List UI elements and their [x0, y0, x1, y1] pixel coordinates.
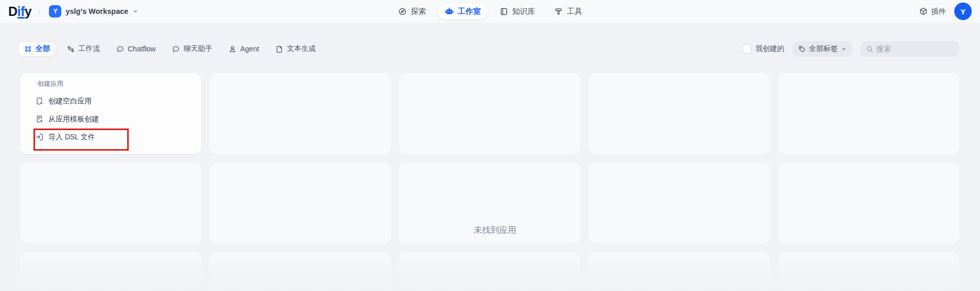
header-left: Dify / Y yslg's Workspace — [8, 4, 142, 19]
grid-icon — [24, 45, 32, 53]
plugins-label: 插件 — [931, 7, 946, 16]
workspace-selector[interactable]: Y yslg's Workspace — [46, 4, 142, 19]
chevron-down-icon — [841, 46, 847, 52]
workspace-name: yslg's Workspace — [65, 7, 128, 15]
tag-filter-label: 全部标签 — [809, 44, 838, 53]
import-icon — [35, 133, 44, 141]
app-card-placeholder — [778, 162, 959, 244]
import-dsl-file-button[interactable]: 导入 DSL 文件 — [35, 131, 95, 143]
nav-item-knowledge[interactable]: 知识库 — [492, 3, 543, 20]
create-item-label: 创建空白应用 — [48, 97, 92, 106]
app-card-placeholder — [589, 252, 770, 291]
nav-item-label: 工作室 — [458, 7, 481, 16]
create-item-label: 导入 DSL 文件 — [48, 133, 95, 142]
chat-bubble-icon — [116, 45, 124, 53]
user-avatar[interactable]: Y — [954, 3, 972, 20]
template-icon — [35, 115, 44, 123]
search-input[interactable] — [876, 45, 954, 53]
tab-label: Chatflow — [128, 45, 156, 53]
app-card-placeholder — [20, 162, 201, 244]
tab-label: 文本生成 — [287, 44, 316, 53]
filter-bar: 全部 工作流 Chatflow 聊天助手 — [18, 41, 959, 57]
create-blank-app-button[interactable]: 创建空白应用 — [35, 95, 92, 107]
app-card-placeholder — [589, 162, 770, 244]
filter-controls: 我创建的 全部标签 — [742, 41, 959, 57]
create-item-label: 从应用模板创建 — [48, 115, 99, 124]
tab-all[interactable]: 全部 — [18, 41, 56, 57]
nav-item-studio[interactable]: 工作室 — [438, 3, 488, 20]
tab-text-generation[interactable]: 文本生成 — [270, 41, 321, 57]
tag-filter-dropdown[interactable]: 全部标签 — [793, 41, 852, 57]
app-card-placeholder — [399, 252, 580, 291]
main-nav: 探索 工作室 知识库 工具 — [391, 3, 590, 20]
created-by-me-filter[interactable]: 我创建的 — [742, 44, 784, 53]
app-card-placeholder — [210, 252, 391, 291]
tab-workflow[interactable]: 工作流 — [61, 41, 106, 57]
logo-letters-if: if — [18, 6, 25, 19]
logo-letter-d: D — [8, 4, 18, 19]
created-by-me-label: 我创建的 — [755, 44, 784, 53]
search-icon — [866, 45, 873, 53]
logo-letter-y: y — [25, 4, 31, 19]
app-card-placeholder — [210, 162, 391, 244]
tag-icon — [798, 45, 806, 53]
nav-item-label: 探索 — [411, 7, 426, 16]
tab-label: 聊天助手 — [183, 44, 212, 53]
app-card-placeholder — [210, 73, 391, 154]
empty-state-message: 未找到应用 — [474, 225, 517, 236]
file-plus-icon — [35, 97, 44, 105]
compass-icon — [398, 7, 407, 16]
robot-icon — [445, 7, 454, 16]
nav-item-label: 工具 — [567, 7, 582, 16]
app-grid: 创建应用 创建空白应用 从应用模板创建 导入 DSL 文件 — [20, 73, 959, 291]
tab-label: Agent — [240, 45, 259, 53]
app-card-placeholder — [778, 252, 959, 291]
app-card-placeholder — [589, 73, 770, 154]
dify-studio-page: Dify / Y yslg's Workspace 探索 — [0, 0, 980, 291]
search-box[interactable] — [861, 41, 959, 57]
tab-chatflow[interactable]: Chatflow — [111, 41, 161, 57]
created-by-me-checkbox[interactable] — [742, 44, 751, 53]
breadcrumb-separator: / — [38, 7, 40, 16]
create-from-template-button[interactable]: 从应用模板创建 — [35, 113, 99, 125]
chat-bubble-icon — [172, 45, 180, 53]
app-type-tabs: 全部 工作流 Chatflow 聊天助手 — [18, 41, 321, 57]
app-card-placeholder — [399, 73, 580, 154]
header-right: 插件 Y — [919, 3, 972, 20]
plugins-button[interactable]: 插件 — [919, 7, 946, 16]
top-header: Dify / Y yslg's Workspace 探索 — [0, 0, 980, 23]
tab-agent[interactable]: Agent — [223, 41, 265, 57]
workspace-avatar: Y — [49, 5, 61, 17]
app-card-placeholder — [778, 73, 959, 154]
nav-item-label: 知识库 — [512, 7, 536, 16]
app-card-placeholder — [20, 252, 201, 291]
create-app-title: 创建应用 — [38, 80, 63, 88]
book-icon — [500, 7, 508, 16]
chevron-down-icon — [132, 8, 139, 14]
document-icon — [276, 45, 283, 53]
workflow-icon — [67, 45, 75, 53]
create-app-card: 创建应用 创建空白应用 从应用模板创建 导入 DSL 文件 — [20, 73, 201, 154]
nav-item-explore[interactable]: 探索 — [391, 3, 434, 20]
tab-label: 全部 — [36, 44, 50, 53]
nav-item-tools[interactable]: 工具 — [547, 3, 590, 20]
agent-icon — [229, 45, 236, 53]
dify-logo[interactable]: Dify — [8, 4, 31, 19]
tab-label: 工作流 — [78, 44, 100, 53]
tab-chat-assistant[interactable]: 聊天助手 — [166, 41, 218, 57]
tool-icon — [554, 7, 563, 16]
plugin-box-icon — [919, 7, 927, 15]
